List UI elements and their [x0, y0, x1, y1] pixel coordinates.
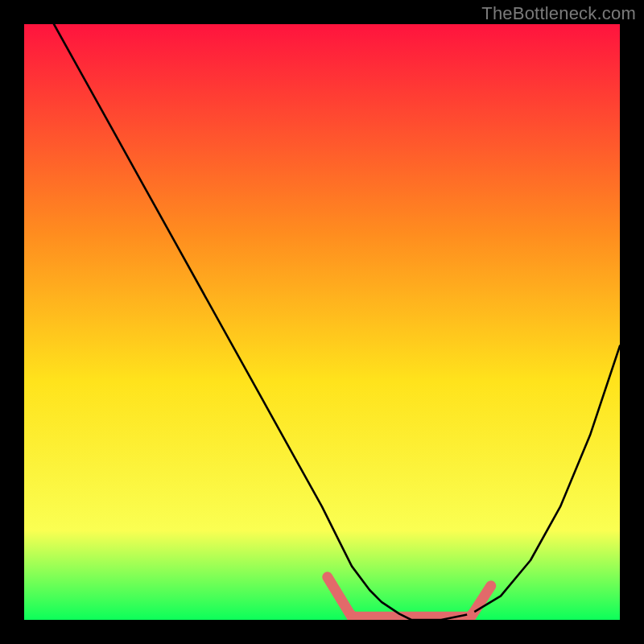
gradient-background	[24, 24, 620, 620]
marker-flat-end	[467, 610, 475, 618]
plot-area	[24, 24, 620, 620]
chart-svg	[24, 24, 620, 620]
watermark-text: TheBottleneck.com	[481, 3, 636, 24]
marker-flat-start	[348, 610, 356, 618]
chart-frame: TheBottleneck.com	[0, 0, 644, 644]
